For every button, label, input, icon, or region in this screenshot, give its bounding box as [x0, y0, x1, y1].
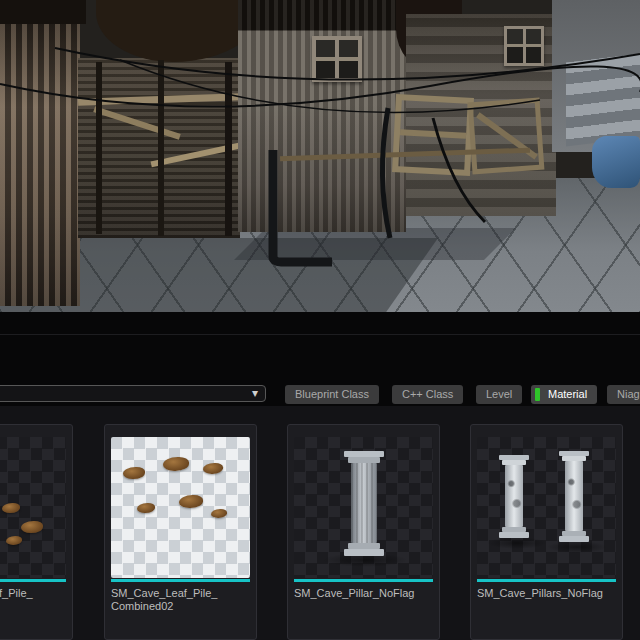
asset-type-color-bar	[294, 579, 433, 582]
asset-name: SM_Cave_Pillars_NoFlag	[477, 587, 616, 600]
chevron-down-icon: ▾	[252, 385, 258, 402]
asset-thumbnail	[294, 437, 433, 578]
asset-tile-pillars-noflag[interactable]: SM_Cave_Pillars_NoFlag	[470, 424, 623, 640]
asset-thumbnail	[0, 437, 66, 578]
content-browser-filter-bar: ▾ Blueprint Class C++ Class Level Materi…	[0, 384, 640, 406]
wires-pipes-overlay	[0, 0, 640, 312]
asset-thumbnail	[111, 437, 250, 578]
viewport-3d[interactable]	[0, 0, 640, 312]
filter-button-blueprint-class[interactable]: Blueprint Class	[285, 385, 379, 404]
asset-name: f_Pile_	[0, 587, 66, 600]
active-filter-indicator	[535, 388, 540, 401]
asset-name: SM_Cave_Pillar_NoFlag	[294, 587, 433, 600]
asset-type-color-bar	[0, 579, 66, 582]
asset-grid: f_Pile_ SM_Cave_Leaf_Pile_ Combined02	[0, 406, 640, 640]
asset-tile-leaf-pile-combined02[interactable]: SM_Cave_Leaf_Pile_ Combined02	[104, 424, 257, 640]
asset-name: SM_Cave_Leaf_Pile_ Combined02	[111, 587, 250, 613]
asset-tile-leaf-pile[interactable]: f_Pile_	[0, 424, 73, 640]
path-dropdown[interactable]: ▾	[0, 385, 266, 402]
asset-thumbnail	[477, 437, 616, 578]
filter-button-cpp-class[interactable]: C++ Class	[392, 385, 463, 404]
filter-button-material[interactable]: Material	[531, 385, 597, 404]
filter-button-niagara[interactable]: Niag	[607, 385, 640, 404]
asset-tile-pillar-noflag[interactable]: SM_Cave_Pillar_NoFlag	[287, 424, 440, 640]
divider-line	[0, 334, 640, 335]
asset-type-color-bar	[477, 579, 616, 582]
asset-type-color-bar	[111, 579, 250, 582]
filter-button-level[interactable]: Level	[476, 385, 522, 404]
